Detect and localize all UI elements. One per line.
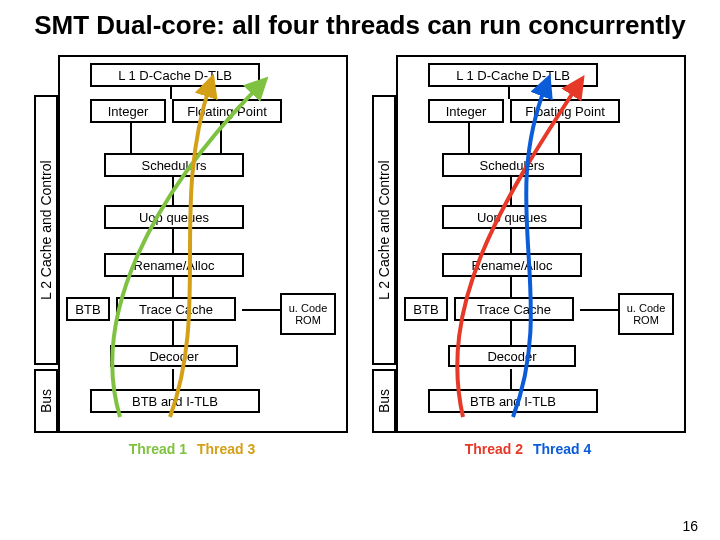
block-rename: Rename/Alloc [104, 253, 244, 277]
block-l1d: L 1 D-Cache D-TLB [428, 63, 598, 87]
core-2-sidebar: L 2 Cache and Control Bus [372, 55, 396, 433]
block-integer: Integer [428, 99, 504, 123]
block-btb: BTB [66, 297, 110, 321]
block-schedulers: Schedulers [442, 153, 582, 177]
thread-3-label: Thread 3 [197, 441, 255, 457]
core-2-threads: Thread 2 Thread 4 [370, 441, 686, 457]
core-1-sidebar: L 2 Cache and Control Bus [34, 55, 58, 433]
block-itlb: BTB and I-TLB [428, 389, 598, 413]
l2-label: L 2 Cache and Control [34, 95, 58, 365]
core-1-threads: Thread 1 Thread 3 [34, 441, 350, 457]
thread-1-label: Thread 1 [129, 441, 187, 457]
core-2-wrap: L 2 Cache and Control Bus L 1 D-Cache D-… [370, 53, 688, 435]
block-ucode: u. Code ROM [618, 293, 674, 335]
core-2: L 1 D-Cache D-TLB Integer Floating Point… [396, 55, 686, 433]
core-1: L 1 D-Cache D-TLB Integer Floating Point… [58, 55, 348, 433]
block-btb: BTB [404, 297, 448, 321]
thread-4-label: Thread 4 [533, 441, 591, 457]
block-itlb: BTB and I-TLB [90, 389, 260, 413]
block-trace: Trace Cache [116, 297, 236, 321]
block-rename: Rename/Alloc [442, 253, 582, 277]
bus-label: Bus [372, 369, 396, 433]
cores-row: L 2 Cache and Control Bus L 1 D-Cache D-… [20, 53, 700, 435]
block-uop-queues: Uop queues [442, 205, 582, 229]
block-schedulers: Schedulers [104, 153, 244, 177]
core-1-wrap: L 2 Cache and Control Bus L 1 D-Cache D-… [32, 53, 350, 435]
block-l1d: L 1 D-Cache D-TLB [90, 63, 260, 87]
bus-label: Bus [34, 369, 58, 433]
thread-2-label: Thread 2 [465, 441, 523, 457]
block-ucode: u. Code ROM [280, 293, 336, 335]
page-title: SMT Dual-core: all four threads can run … [20, 10, 700, 41]
block-trace: Trace Cache [454, 297, 574, 321]
block-decoder: Decoder [110, 345, 238, 367]
block-integer: Integer [90, 99, 166, 123]
block-fp: Floating Point [172, 99, 282, 123]
block-decoder: Decoder [448, 345, 576, 367]
block-uop-queues: Uop queues [104, 205, 244, 229]
l2-label: L 2 Cache and Control [372, 95, 396, 365]
block-fp: Floating Point [510, 99, 620, 123]
